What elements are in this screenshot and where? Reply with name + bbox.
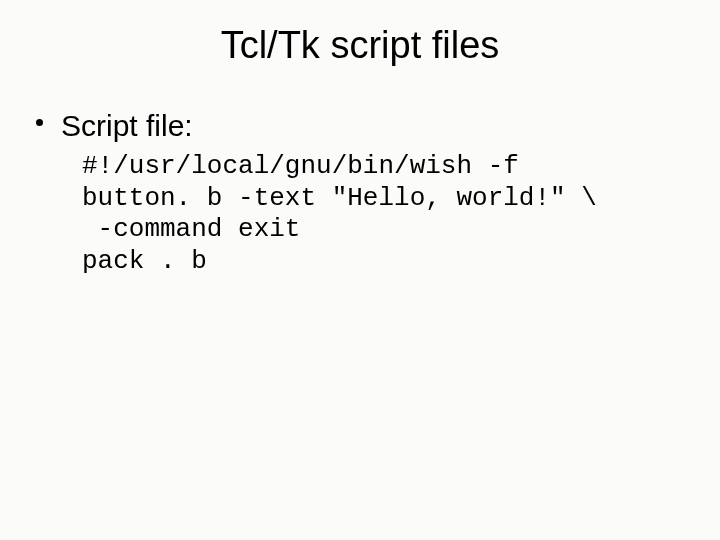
bullet-item: Script file: xyxy=(36,109,690,143)
bullet-dot-icon xyxy=(36,119,43,126)
code-line-3: -command exit xyxy=(82,214,300,244)
slide-title: Tcl/Tk script files xyxy=(30,24,690,67)
code-block: #!/usr/local/gnu/bin/wish -f button. b -… xyxy=(82,151,690,278)
bullet-text: Script file: xyxy=(61,109,193,143)
slide: Tcl/Tk script files Script file: #!/usr/… xyxy=(0,0,720,540)
code-line-4: pack . b xyxy=(82,246,207,276)
code-line-1: #!/usr/local/gnu/bin/wish -f xyxy=(82,151,519,181)
code-line-2: button. b -text "Hello, world!" \ xyxy=(82,183,597,213)
